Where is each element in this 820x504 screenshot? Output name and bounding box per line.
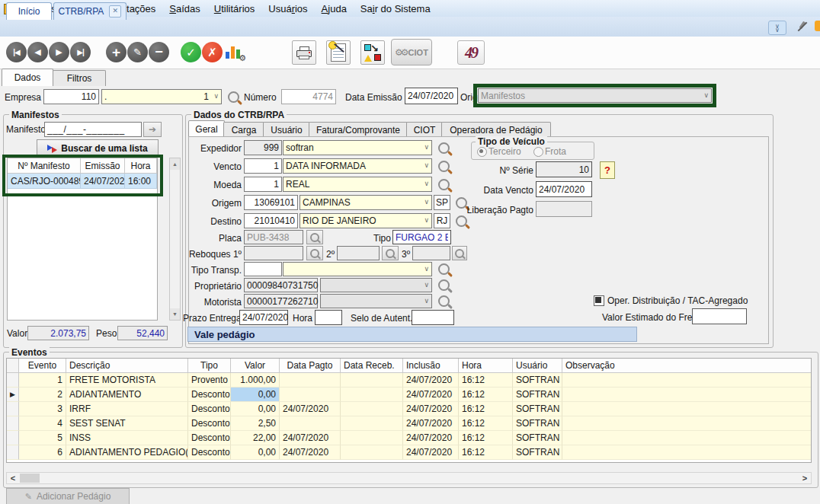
- dropdown-arrow-icon[interactable]: ∨: [424, 180, 429, 187]
- tipo-transp-combo[interactable]: ∨: [283, 262, 432, 276]
- reboque2-field[interactable]: [337, 246, 380, 260]
- tab-filtros[interactable]: Filtros: [53, 70, 106, 86]
- cell-descricao[interactable]: ADIANTAMENTO: [66, 388, 188, 402]
- column-header-numero[interactable]: Nº Manifesto: [8, 158, 81, 174]
- next-record-button[interactable]: [49, 42, 69, 62]
- vencto-code-field[interactable]: 1: [244, 158, 282, 174]
- reboque3-search-button[interactable]: [452, 246, 467, 260]
- moeda-combo[interactable]: REAL∨: [283, 177, 432, 192]
- print-button[interactable]: [292, 40, 316, 65]
- scroll-up-icon[interactable]: ▲: [170, 158, 180, 170]
- motorista-combo[interactable]: ∨: [320, 294, 432, 308]
- cell-observacao[interactable]: [562, 402, 811, 416]
- cell-valor[interactable]: 2,50: [231, 416, 280, 431]
- reboque3-field[interactable]: [412, 246, 450, 260]
- table-row[interactable]: 3 IRRF Desconto 0,00 24/07/2020 24/07/20…: [7, 402, 811, 416]
- buscar-lista-button[interactable]: Buscar de uma lista: [37, 139, 159, 157]
- cell-hora[interactable]: 16:12: [459, 431, 513, 445]
- expedidor-code-field[interactable]: 999: [244, 140, 282, 155]
- empresa-code-field[interactable]: 110: [43, 89, 99, 104]
- manifest-grid-scrollbar[interactable]: ▲ ▼: [169, 158, 181, 321]
- cell-descricao[interactable]: FRETE MOTORISTA: [66, 373, 188, 388]
- cell-inclusao[interactable]: 24/07/2020: [403, 416, 459, 431]
- cancel-button[interactable]: [202, 42, 223, 62]
- dropdown-arrow-icon[interactable]: ∨: [424, 161, 429, 169]
- table-row[interactable]: 6 ADIANTAMENTO PEDAGIO(+) Desconto 0,00 …: [7, 445, 811, 460]
- manifesto-input[interactable]: ___/___-_______: [44, 122, 142, 137]
- cell-tipo[interactable]: Desconto: [188, 416, 231, 431]
- cell-usuario[interactable]: SOFTRAN: [513, 388, 562, 402]
- cell-tipo[interactable]: Provento: [188, 373, 231, 388]
- column-header-tipo[interactable]: Tipo: [188, 359, 231, 373]
- proprietario-combo[interactable]: ∨: [320, 278, 432, 292]
- cell-usuario[interactable]: SOFTRAN: [513, 445, 562, 460]
- scroll-down-icon[interactable]: ▼: [170, 308, 180, 320]
- first-record-button[interactable]: [6, 42, 27, 62]
- confirm-button[interactable]: [181, 42, 201, 62]
- delete-record-button[interactable]: [149, 42, 169, 62]
- cell-data-receb[interactable]: [341, 373, 403, 388]
- scroll-right-icon[interactable]: >: [799, 473, 811, 483]
- cell-data-receb[interactable]: [341, 416, 403, 431]
- cell-tipo[interactable]: Desconto: [188, 445, 231, 460]
- tab-geral[interactable]: Geral: [188, 120, 225, 137]
- cell-data-pagto[interactable]: [280, 416, 341, 431]
- tab-dados[interactable]: Dados: [2, 69, 53, 86]
- cell-descricao[interactable]: IRRF: [66, 402, 188, 416]
- vale-pedagio-bar[interactable]: Vale pedágio: [187, 327, 637, 342]
- close-tab-icon[interactable]: ✕: [109, 5, 121, 18]
- tab-ciot[interactable]: CIOT: [406, 122, 443, 137]
- cell-data-pagto[interactable]: [280, 373, 341, 388]
- tab-usuario[interactable]: Usuário: [263, 122, 310, 137]
- menu-utilitarios[interactable]: Utilitários: [207, 2, 261, 16]
- cell-inclusao[interactable]: 24/07/2020: [403, 431, 459, 445]
- reboque2-search-button[interactable]: [382, 246, 399, 260]
- unpin-icon[interactable]: [796, 20, 808, 33]
- chart-settings-button[interactable]: ⚙: [225, 43, 245, 62]
- moeda-code-field[interactable]: 1: [244, 177, 282, 192]
- cell-hora[interactable]: 16:12: [459, 416, 513, 431]
- expedidor-search-icon[interactable]: [438, 142, 450, 154]
- cell-evento[interactable]: 2: [19, 388, 66, 402]
- cell-hora[interactable]: 16:12: [459, 388, 513, 402]
- ciot-button[interactable]: ⚙⚙ CIOT: [391, 39, 432, 65]
- scroll-left-icon[interactable]: <: [7, 473, 19, 483]
- cell-hora[interactable]: 16:12: [459, 445, 513, 460]
- cell-data-receb[interactable]: [341, 402, 403, 416]
- tab-ctrb-rpa[interactable]: CTRB/RPA ✕: [53, 2, 127, 20]
- cell-usuario[interactable]: SOFTRAN: [513, 373, 562, 388]
- menu-sair[interactable]: Sair do Sistema: [354, 2, 437, 16]
- reboque1-search-button[interactable]: [306, 246, 323, 260]
- cell-observacao[interactable]: [562, 373, 811, 388]
- tab-list-dropdown-button[interactable]: ∨∨: [768, 21, 786, 35]
- cell-tipo[interactable]: Desconto: [188, 388, 231, 402]
- menu-ajuda[interactable]: Ajuda: [315, 2, 354, 16]
- report-button[interactable]: [326, 40, 351, 65]
- column-header-evento[interactable]: Evento: [19, 359, 66, 373]
- table-row[interactable]: 1 FRETE MOTORISTA Provento 1.000,00 24/0…: [7, 373, 811, 388]
- motorista-search-icon[interactable]: [438, 295, 450, 307]
- scrollbar-thumb[interactable]: [20, 474, 40, 483]
- cell-valor[interactable]: 0,00: [231, 402, 280, 416]
- cell-data-pagto[interactable]: [280, 388, 341, 402]
- data-emissao-field[interactable]: 24/07/2020: [405, 88, 458, 104]
- cell-inclusao[interactable]: 24/07/2020: [403, 388, 459, 402]
- cell-descricao[interactable]: SEST SENAT: [66, 416, 188, 431]
- cell-valor[interactable]: 1.000,00: [231, 373, 280, 388]
- origem-city-combo[interactable]: CAMPINAS∨: [299, 195, 432, 210]
- cell-usuario[interactable]: SOFTRAN: [513, 431, 562, 445]
- vencto-search-icon[interactable]: [438, 161, 450, 172]
- cell-hora[interactable]: 16:00: [125, 174, 157, 189]
- valor-estimado-field[interactable]: [692, 308, 747, 324]
- cell-valor[interactable]: 0,00: [231, 445, 280, 460]
- cell-valor-selected[interactable]: 0,00: [231, 388, 280, 402]
- cell-evento[interactable]: 5: [19, 431, 66, 445]
- reboque1-field[interactable]: [244, 246, 303, 260]
- column-header-data-pagto[interactable]: Data Pagto: [280, 359, 341, 373]
- column-header-usuario[interactable]: Usuário: [513, 359, 562, 373]
- column-header-hora[interactable]: Hora: [459, 359, 513, 373]
- dropdown-arrow-icon[interactable]: ∨: [424, 216, 429, 224]
- softran-logo-button[interactable]: 49: [457, 40, 485, 65]
- transfer-button[interactable]: ↘: [360, 40, 385, 65]
- cell-evento[interactable]: 3: [19, 402, 66, 416]
